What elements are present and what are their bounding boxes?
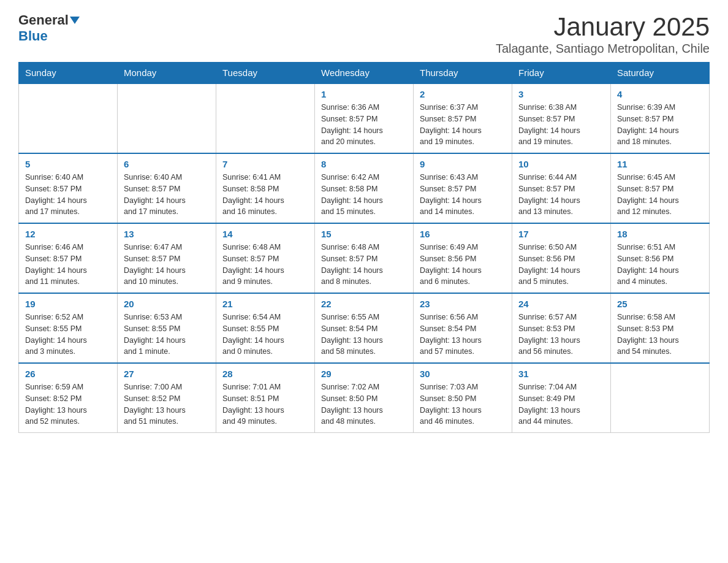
calendar-cell: 22Sunrise: 6:55 AM Sunset: 8:54 PM Dayli… <box>315 293 414 363</box>
day-number: 11 <box>617 159 703 169</box>
calendar-cell: 30Sunrise: 7:03 AM Sunset: 8:50 PM Dayli… <box>414 363 512 433</box>
calendar-week-5: 26Sunrise: 6:59 AM Sunset: 8:52 PM Dayli… <box>19 363 710 433</box>
header: General Blue January 2025 Talagante, San… <box>18 12 710 56</box>
day-info: Sunrise: 6:43 AM Sunset: 8:57 PM Dayligh… <box>420 172 506 218</box>
calendar-cell: 3Sunrise: 6:38 AM Sunset: 8:57 PM Daylig… <box>512 83 611 153</box>
day-number: 29 <box>321 369 407 379</box>
day-number: 14 <box>222 229 308 239</box>
day-info: Sunrise: 6:55 AM Sunset: 8:54 PM Dayligh… <box>321 312 407 358</box>
calendar-cell <box>216 83 315 153</box>
day-number: 20 <box>124 299 210 309</box>
calendar-header-friday: Friday <box>512 63 611 84</box>
calendar-cell: 11Sunrise: 6:45 AM Sunset: 8:57 PM Dayli… <box>611 153 710 223</box>
calendar-cell: 2Sunrise: 6:37 AM Sunset: 8:57 PM Daylig… <box>414 83 512 153</box>
calendar-cell: 31Sunrise: 7:04 AM Sunset: 8:49 PM Dayli… <box>512 363 611 433</box>
calendar-cell: 15Sunrise: 6:48 AM Sunset: 8:57 PM Dayli… <box>315 223 414 293</box>
logo: General Blue <box>18 12 80 44</box>
calendar-week-2: 5Sunrise: 6:40 AM Sunset: 8:57 PM Daylig… <box>19 153 710 223</box>
day-info: Sunrise: 6:41 AM Sunset: 8:58 PM Dayligh… <box>222 172 308 218</box>
day-info: Sunrise: 6:39 AM Sunset: 8:57 PM Dayligh… <box>617 102 703 148</box>
calendar-cell: 25Sunrise: 6:58 AM Sunset: 8:53 PM Dayli… <box>611 293 710 363</box>
day-number: 24 <box>518 299 604 309</box>
calendar: SundayMondayTuesdayWednesdayThursdayFrid… <box>18 62 710 433</box>
calendar-cell: 8Sunrise: 6:42 AM Sunset: 8:58 PM Daylig… <box>315 153 414 223</box>
calendar-week-4: 19Sunrise: 6:52 AM Sunset: 8:55 PM Dayli… <box>19 293 710 363</box>
day-number: 1 <box>321 89 407 99</box>
month-title: January 2025 <box>496 12 710 42</box>
calendar-cell: 4Sunrise: 6:39 AM Sunset: 8:57 PM Daylig… <box>611 83 710 153</box>
logo-blue: Blue <box>18 28 48 44</box>
day-number: 15 <box>321 229 407 239</box>
day-number: 31 <box>518 369 604 379</box>
calendar-cell: 7Sunrise: 6:41 AM Sunset: 8:58 PM Daylig… <box>216 153 315 223</box>
day-number: 22 <box>321 299 407 309</box>
day-info: Sunrise: 6:48 AM Sunset: 8:57 PM Dayligh… <box>321 242 407 288</box>
day-number: 10 <box>518 159 604 169</box>
day-number: 23 <box>420 299 506 309</box>
day-info: Sunrise: 6:36 AM Sunset: 8:57 PM Dayligh… <box>321 102 407 148</box>
calendar-cell: 29Sunrise: 7:02 AM Sunset: 8:50 PM Dayli… <box>315 363 414 433</box>
title-block: January 2025 Talagante, Santiago Metropo… <box>496 12 710 56</box>
calendar-header-sunday: Sunday <box>19 63 118 84</box>
day-number: 4 <box>617 89 703 99</box>
day-number: 5 <box>25 159 111 169</box>
day-info: Sunrise: 6:38 AM Sunset: 8:57 PM Dayligh… <box>518 102 604 148</box>
day-info: Sunrise: 6:57 AM Sunset: 8:53 PM Dayligh… <box>518 312 604 358</box>
day-info: Sunrise: 6:54 AM Sunset: 8:55 PM Dayligh… <box>222 312 308 358</box>
calendar-cell: 5Sunrise: 6:40 AM Sunset: 8:57 PM Daylig… <box>19 153 118 223</box>
calendar-cell: 18Sunrise: 6:51 AM Sunset: 8:56 PM Dayli… <box>611 223 710 293</box>
day-number: 25 <box>617 299 703 309</box>
calendar-cell <box>19 83 118 153</box>
day-number: 30 <box>420 369 506 379</box>
day-info: Sunrise: 6:46 AM Sunset: 8:57 PM Dayligh… <box>25 242 111 288</box>
calendar-header-thursday: Thursday <box>414 63 512 84</box>
day-number: 7 <box>222 159 308 169</box>
calendar-cell: 27Sunrise: 7:00 AM Sunset: 8:52 PM Dayli… <box>118 363 216 433</box>
calendar-header-monday: Monday <box>118 63 216 84</box>
day-info: Sunrise: 7:02 AM Sunset: 8:50 PM Dayligh… <box>321 381 407 427</box>
day-info: Sunrise: 6:48 AM Sunset: 8:57 PM Dayligh… <box>222 242 308 288</box>
day-info: Sunrise: 6:51 AM Sunset: 8:56 PM Dayligh… <box>617 242 703 288</box>
calendar-cell <box>611 363 710 433</box>
day-number: 9 <box>420 159 506 169</box>
calendar-cell: 12Sunrise: 6:46 AM Sunset: 8:57 PM Dayli… <box>19 223 118 293</box>
calendar-cell: 9Sunrise: 6:43 AM Sunset: 8:57 PM Daylig… <box>414 153 512 223</box>
calendar-cell: 19Sunrise: 6:52 AM Sunset: 8:55 PM Dayli… <box>19 293 118 363</box>
calendar-cell: 20Sunrise: 6:53 AM Sunset: 8:55 PM Dayli… <box>118 293 216 363</box>
day-info: Sunrise: 6:56 AM Sunset: 8:54 PM Dayligh… <box>420 312 506 358</box>
day-info: Sunrise: 6:37 AM Sunset: 8:57 PM Dayligh… <box>420 102 506 148</box>
day-info: Sunrise: 6:53 AM Sunset: 8:55 PM Dayligh… <box>124 312 210 358</box>
calendar-cell: 13Sunrise: 6:47 AM Sunset: 8:57 PM Dayli… <box>118 223 216 293</box>
day-info: Sunrise: 6:58 AM Sunset: 8:53 PM Dayligh… <box>617 312 703 358</box>
day-number: 13 <box>124 229 210 239</box>
day-info: Sunrise: 6:47 AM Sunset: 8:57 PM Dayligh… <box>124 242 210 288</box>
calendar-cell: 24Sunrise: 6:57 AM Sunset: 8:53 PM Dayli… <box>512 293 611 363</box>
day-number: 12 <box>25 229 111 239</box>
day-number: 19 <box>25 299 111 309</box>
day-info: Sunrise: 6:40 AM Sunset: 8:57 PM Dayligh… <box>25 172 111 218</box>
calendar-header-wednesday: Wednesday <box>315 63 414 84</box>
day-number: 2 <box>420 89 506 99</box>
calendar-cell <box>118 83 216 153</box>
day-number: 6 <box>124 159 210 169</box>
day-info: Sunrise: 6:49 AM Sunset: 8:56 PM Dayligh… <box>420 242 506 288</box>
day-info: Sunrise: 6:44 AM Sunset: 8:57 PM Dayligh… <box>518 172 604 218</box>
day-number: 3 <box>518 89 604 99</box>
day-number: 27 <box>124 369 210 379</box>
calendar-cell: 23Sunrise: 6:56 AM Sunset: 8:54 PM Dayli… <box>414 293 512 363</box>
day-info: Sunrise: 7:03 AM Sunset: 8:50 PM Dayligh… <box>420 381 506 427</box>
calendar-week-3: 12Sunrise: 6:46 AM Sunset: 8:57 PM Dayli… <box>19 223 710 293</box>
day-number: 26 <box>25 369 111 379</box>
logo-triangle-icon <box>70 17 80 24</box>
day-info: Sunrise: 6:40 AM Sunset: 8:57 PM Dayligh… <box>124 172 210 218</box>
calendar-header-row: SundayMondayTuesdayWednesdayThursdayFrid… <box>19 63 710 84</box>
day-info: Sunrise: 6:59 AM Sunset: 8:52 PM Dayligh… <box>25 381 111 427</box>
calendar-header-saturday: Saturday <box>611 63 710 84</box>
day-info: Sunrise: 6:45 AM Sunset: 8:57 PM Dayligh… <box>617 172 703 218</box>
calendar-cell: 14Sunrise: 6:48 AM Sunset: 8:57 PM Dayli… <box>216 223 315 293</box>
day-info: Sunrise: 6:52 AM Sunset: 8:55 PM Dayligh… <box>25 312 111 358</box>
day-number: 8 <box>321 159 407 169</box>
day-info: Sunrise: 7:01 AM Sunset: 8:51 PM Dayligh… <box>222 381 308 427</box>
day-number: 16 <box>420 229 506 239</box>
calendar-cell: 21Sunrise: 6:54 AM Sunset: 8:55 PM Dayli… <box>216 293 315 363</box>
